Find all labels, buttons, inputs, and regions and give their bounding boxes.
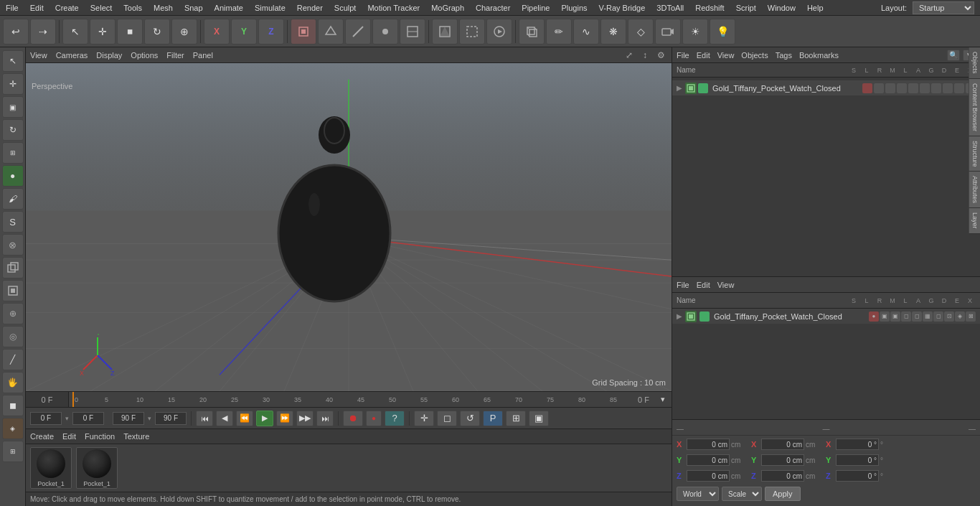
obj-dot-4[interactable]	[897, 83, 907, 93]
viewport-canvas[interactable]: Perspective	[26, 63, 672, 391]
record-btn[interactable]: ⏺	[343, 411, 363, 426]
menu-simulate[interactable]: Simulate	[249, 2, 291, 14]
attr-action-3[interactable]: ▣	[890, 311, 900, 322]
attr-action-5[interactable]: ◻	[912, 311, 922, 322]
attr-action-2[interactable]: ▣	[880, 311, 890, 322]
mat-menu-texture[interactable]: Texture	[123, 432, 149, 441]
obj-dot-3[interactable]	[885, 83, 895, 93]
current-frame-input[interactable]	[30, 412, 62, 425]
attr-menu-file[interactable]: File	[677, 281, 689, 289]
pen-tool-btn[interactable]: ✏	[546, 19, 572, 44]
x-axis-btn[interactable]: X	[204, 19, 230, 44]
vtab-objects[interactable]: Objects	[969, 47, 980, 79]
render-region-btn[interactable]	[459, 19, 485, 44]
menu-script[interactable]: Script	[730, 2, 762, 14]
menu-snap[interactable]: Snap	[179, 2, 209, 14]
sidebar-line-btn[interactable]: ╱	[2, 349, 24, 370]
coord-pos-x-input[interactable]	[687, 439, 730, 450]
end-frame-input[interactable]	[113, 412, 144, 425]
sidebar-fill-btn[interactable]: ◼	[2, 395, 24, 416]
vp-icon-lock[interactable]: ↕	[639, 49, 651, 62]
redo-btn[interactable]: ⇢	[30, 19, 56, 44]
vp-icon-settings[interactable]: ⚙	[654, 49, 667, 62]
polygon-mode-btn[interactable]	[318, 19, 344, 44]
obj-dot-5[interactable]	[908, 83, 918, 93]
menu-render[interactable]: Render	[291, 2, 329, 14]
null-btn[interactable]: ◇	[628, 19, 654, 44]
attr-menu-view[interactable]: View	[717, 281, 735, 289]
material-2[interactable]: Pocket_1	[76, 447, 118, 489]
om-menu-edit[interactable]: Edit	[697, 51, 710, 60]
coord-rot-x-input[interactable]	[836, 439, 879, 450]
attr-action-10[interactable]: ⊠	[966, 311, 976, 322]
prev-frame-btn[interactable]: ◀	[216, 411, 233, 426]
menu-file[interactable]: File	[0, 2, 24, 14]
sidebar-x-btn[interactable]: ⊗	[2, 234, 24, 256]
rotate-tool-btn[interactable]: ↻	[144, 19, 170, 44]
menu-sculpt[interactable]: Sculpt	[329, 2, 362, 14]
sidebar-transform-btn[interactable]: ⊞	[2, 142, 24, 164]
sidebar-rotate-btn[interactable]: ↻	[2, 119, 24, 141]
menu-motion-tracker[interactable]: Motion Tracker	[362, 2, 425, 14]
coord-scale-x-input[interactable]	[761, 439, 804, 450]
deform-btn[interactable]: ❋	[600, 19, 626, 44]
om-menu-file[interactable]: File	[677, 51, 689, 60]
coord-pos-z-input[interactable]	[687, 470, 730, 482]
menu-edit[interactable]: Edit	[24, 2, 50, 14]
scale-tool-btn[interactable]: ◼	[117, 19, 143, 44]
layout-select[interactable]: Startup Standard BP UV Edit	[913, 1, 974, 14]
vp-menu-display[interactable]: Display	[96, 51, 122, 60]
vtab-layer[interactable]: Layer	[969, 208, 980, 234]
uv-mode-btn[interactable]	[400, 19, 425, 44]
attr-action-6[interactable]: ▦	[923, 311, 933, 322]
object-mode-btn[interactable]	[291, 19, 316, 44]
menu-mograph[interactable]: MoGraph	[425, 2, 470, 14]
y-axis-btn[interactable]: Y	[231, 19, 257, 44]
obj-dot-8[interactable]	[943, 83, 953, 93]
sidebar-s-btn[interactable]: S	[2, 211, 24, 233]
om-menu-objects[interactable]: Objects	[741, 51, 768, 60]
light-btn[interactable]: ☀	[682, 19, 708, 44]
menu-mesh[interactable]: Mesh	[148, 2, 179, 14]
sidebar-smooth-btn[interactable]: ◎	[2, 326, 24, 347]
attr-row[interactable]: ▶ Gold_Tiffany_Pocket_Watch_Closed ● ▣ ▣…	[672, 309, 980, 324]
start-frame-input[interactable]	[72, 412, 104, 425]
obj-dot-9[interactable]	[954, 83, 964, 93]
mat-menu-function[interactable]: Function	[85, 432, 115, 441]
coord-scale-y-input[interactable]	[761, 454, 804, 466]
menu-pipeline[interactable]: Pipeline	[516, 2, 555, 14]
sidebar-grab-btn[interactable]: 🖐	[2, 372, 24, 393]
mat-menu-create[interactable]: Create	[30, 432, 54, 441]
sidebar-tool2-btn[interactable]: ⊞	[2, 441, 24, 462]
edge-mode-btn[interactable]	[345, 19, 371, 44]
vp-menu-cameras[interactable]: Cameras	[56, 51, 88, 60]
menu-create[interactable]: Create	[50, 2, 85, 14]
obj-dot-6[interactable]	[920, 83, 930, 93]
sidebar-cube-btn[interactable]	[2, 257, 24, 278]
menu-help[interactable]: Help	[801, 2, 829, 14]
view-cube-btn[interactable]	[519, 19, 545, 44]
vtab-structure[interactable]: Structure	[969, 136, 980, 172]
select-tool-btn[interactable]: ↖	[62, 19, 88, 44]
sidebar-brush-btn[interactable]: 🖌	[2, 188, 24, 210]
goto-end-btn[interactable]: ⏭	[316, 411, 334, 426]
camera-btn[interactable]	[655, 19, 681, 44]
sidebar-obj-btn[interactable]	[2, 280, 24, 301]
obj-dot-2[interactable]	[874, 83, 884, 93]
max-frame-input[interactable]	[155, 412, 187, 425]
timeline-end-btn2[interactable]: ▣	[529, 411, 549, 426]
coord-pos-y-input[interactable]	[687, 454, 730, 466]
om-menu-tags[interactable]: Tags	[776, 51, 792, 60]
attr-action-1[interactable]: ●	[869, 311, 879, 322]
attr-action-4[interactable]: ◻	[901, 311, 911, 322]
undo-btn[interactable]: ↩	[3, 19, 29, 44]
point-mode-btn[interactable]	[372, 19, 398, 44]
menu-window[interactable]: Window	[762, 2, 801, 14]
loop-btn[interactable]: ↺	[460, 411, 480, 426]
table-row[interactable]: ▶ Gold_Tiffany_Pocket_Watch_Closed	[672, 80, 980, 96]
key-btn[interactable]: ◻	[437, 411, 457, 426]
prev-keyframe-btn[interactable]: ⏪	[236, 411, 253, 426]
vp-menu-filter[interactable]: Filter	[166, 51, 184, 60]
vp-menu-panel[interactable]: Panel	[193, 51, 213, 60]
menu-plugins[interactable]: Plugins	[555, 2, 593, 14]
